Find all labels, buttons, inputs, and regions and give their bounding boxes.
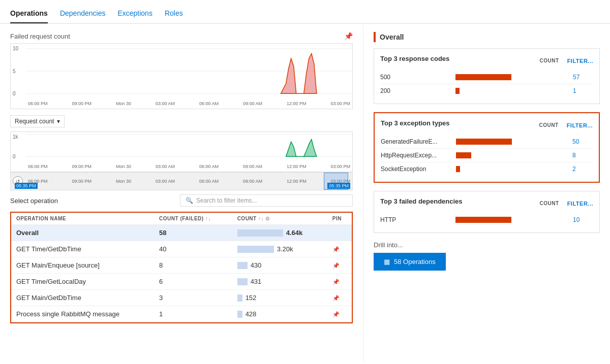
tl-label-6: 09:00 AM <box>243 179 262 184</box>
x2-label-7: 12:00 PM <box>287 164 307 169</box>
red-bar-http <box>455 217 511 223</box>
tl-label-5: 06:00 AM <box>199 179 219 184</box>
search-box[interactable]: 🔍 Search to filter items... <box>180 194 353 207</box>
x-label-7: 12:00 PM <box>287 101 307 106</box>
table-row-overall[interactable]: Overall 58 4.64k <box>11 225 352 241</box>
response-filter-link[interactable]: FILTER... <box>567 58 593 64</box>
tab-exceptions[interactable]: Exceptions <box>117 5 152 23</box>
y-label-0: 0 <box>13 91 24 96</box>
exception-count-1[interactable]: 8 <box>572 152 593 159</box>
exception-filter-link[interactable]: FILTER... <box>567 122 593 128</box>
pin-overall <box>327 225 352 241</box>
failed-deps-card: Top 3 failed dependencies COUNT FILTER..… <box>374 191 600 233</box>
op-name-3: GET Time/GetLocalDay <box>11 274 154 290</box>
exception-count-2[interactable]: 2 <box>572 166 593 173</box>
count-3: 431 <box>232 274 327 290</box>
pin-icon-2[interactable]: 📌 <box>332 262 340 269</box>
pin-3[interactable]: 📌 <box>327 274 352 290</box>
y-label-10: 10 <box>13 46 24 51</box>
tl-label-3: Mon 30 <box>116 179 131 184</box>
sort-circle-icon[interactable]: ⊙ <box>265 216 270 221</box>
x-label-3: Mon 30 <box>116 101 131 106</box>
count-bar-2 <box>237 262 248 269</box>
drill-label: Drill into... <box>374 241 600 249</box>
exception-name-2: SocketException <box>381 166 452 173</box>
drill-button[interactable]: ▦ 58 Operations <box>374 253 446 271</box>
top-tabs: Operations Dependencies Exceptions Roles <box>0 0 610 24</box>
exception-row-0: GeneratedFailureE... 50 <box>381 135 593 149</box>
red-bar-200 <box>455 88 460 94</box>
exception-count-0[interactable]: 50 <box>572 138 593 145</box>
tab-operations[interactable]: Operations <box>10 5 48 23</box>
failed-request-chart: 10 5 0 06:00 PM 09:00 PM <box>10 43 353 109</box>
y2-label-0: 0 <box>13 154 24 159</box>
table-row[interactable]: Process single RabbitMQ message 1 428 📌 <box>11 306 352 322</box>
exception-row-2: SocketException 2 <box>381 162 593 176</box>
count-val-2: 430 <box>251 261 262 269</box>
table-row[interactable]: GET Main/Enqueue [source] 8 430 📌 <box>11 257 352 274</box>
count-1: 3.20k <box>232 241 327 257</box>
deps-filter-link[interactable]: FILTER... <box>567 201 593 207</box>
table-row[interactable]: GET Main/GetDbTime 3 152 📌 <box>11 290 352 306</box>
sort-count-icon[interactable]: ↑↓ <box>258 216 264 221</box>
dep-count-http[interactable]: 10 <box>573 216 593 223</box>
th-count-label: COUNT <box>237 216 257 221</box>
table-row[interactable]: GET Time/GetLocalDay 6 431 📌 <box>11 274 352 290</box>
x2-label-3: Mon 30 <box>116 164 131 169</box>
count-overall: 4.64k <box>232 225 327 241</box>
pin-icon[interactable]: 📌 <box>344 32 353 40</box>
pin-icon-5[interactable]: 📌 <box>332 311 340 317</box>
response-codes-title: Top 3 response codes <box>380 55 449 62</box>
table-row[interactable]: GET Time/GetDbTime 40 3.20k 📌 <box>11 241 352 257</box>
card-header-row-deps: Top 3 failed dependencies COUNT FILTER..… <box>380 197 593 209</box>
tab-roles[interactable]: Roles <box>165 5 183 23</box>
chart2-area <box>26 132 352 161</box>
timeline-inner: 06:00 PM 09:00 PM Mon 30 03:00 AM 06:00 … <box>26 173 352 190</box>
failed-request-chart-section: Failed request count 📌 10 5 0 <box>10 32 353 109</box>
response-col-labels: COUNT FILTER... <box>540 58 593 64</box>
exception-row-1: HttpRequestExcep... 8 <box>381 149 593 162</box>
pin-2[interactable]: 📌 <box>327 257 352 274</box>
op-name-overall: Overall <box>11 225 154 241</box>
response-row-200: 200 1 <box>380 84 593 97</box>
exception-bar-0 <box>456 139 568 145</box>
count-bar-overall <box>237 229 283 237</box>
response-count-500[interactable]: 57 <box>573 74 593 81</box>
response-count-200[interactable]: 1 <box>573 87 593 94</box>
exception-types-card: Top 3 exception types COUNT FILTER... Ge… <box>374 112 600 183</box>
th-count[interactable]: COUNT ↑↓ ⊙ <box>232 213 327 225</box>
pin-1[interactable]: 📌 <box>327 241 352 257</box>
request-count-dropdown[interactable]: Request count ▾ <box>10 115 65 127</box>
pin-icon-3[interactable]: 📌 <box>332 279 340 285</box>
tab-dependencies[interactable]: Dependencies <box>60 5 106 23</box>
sort-asc-icon[interactable]: ↑↓ <box>205 216 211 221</box>
th-count-failed-label: COUNT (FAILED) <box>159 216 204 221</box>
x2-label-6: 09:00 AM <box>243 164 262 169</box>
x2-label-5: 06:00 AM <box>199 164 219 169</box>
dropdown-label: Request count <box>15 118 54 125</box>
chart-title: Failed request count <box>10 32 70 40</box>
tl-label-7: 12:00 PM <box>287 179 307 184</box>
pin-5[interactable]: 📌 <box>327 306 352 322</box>
count-bar-4 <box>237 294 242 302</box>
th-count-failed[interactable]: COUNT (FAILED) ↑↓ <box>154 213 232 225</box>
pin-icon-4[interactable]: 📌 <box>332 295 340 301</box>
x-label-5: 06:00 AM <box>199 101 219 106</box>
x-label-8: 03:00 PM <box>330 101 350 106</box>
red-bar-500 <box>455 74 511 80</box>
ops-table: OPERATION NAME COUNT (FAILED) ↑↓ COUNT ↑… <box>11 213 352 322</box>
dep-name-http: HTTP <box>380 216 451 223</box>
ops-table-wrapper: OPERATION NAME COUNT (FAILED) ↑↓ COUNT ↑… <box>10 212 353 323</box>
op-name-1: GET Time/GetDbTime <box>11 241 154 257</box>
response-count-label: COUNT <box>540 58 559 64</box>
red-bar-ex2 <box>456 166 460 172</box>
count-failed-3: 6 <box>154 274 232 290</box>
exception-name-0: GeneratedFailureE... <box>381 138 452 145</box>
pin-4[interactable]: 📌 <box>327 290 352 306</box>
x2-label-1: 06:00 PM <box>28 164 48 169</box>
dep-bar-http <box>455 217 569 223</box>
pin-icon-1[interactable]: 📌 <box>332 246 340 252</box>
select-op-label: Select operation <box>10 197 58 205</box>
timeline-selector[interactable]: ↺ 06:00 PM 09:00 PM Mon 30 03:00 AM 06:0… <box>10 172 353 190</box>
count-4: 152 <box>232 290 327 306</box>
